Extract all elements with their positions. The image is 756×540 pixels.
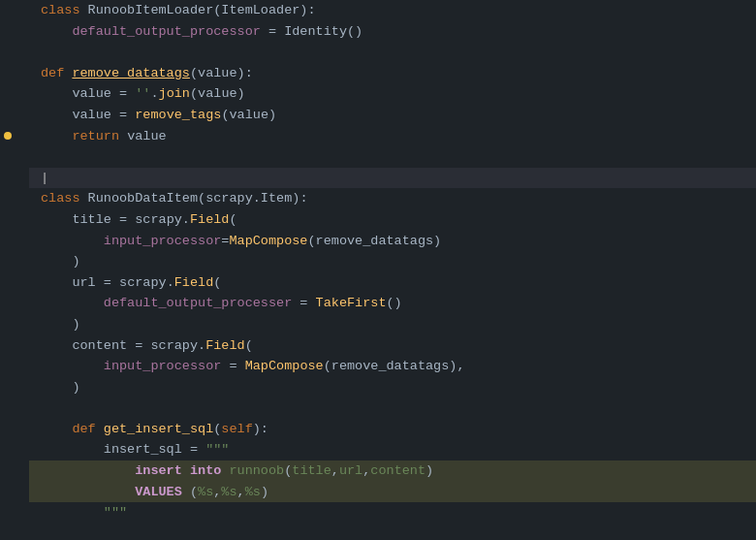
line-content: def get_insert_sql(self): [29, 419, 756, 440]
code-line [0, 42, 756, 63]
code-editor: class RunoobItemLoader(ItemLoader): defa… [0, 0, 756, 540]
code-line: class RunoobItemLoader(ItemLoader): [0, 0, 756, 21]
line-content: return value [29, 126, 756, 147]
line-number [0, 251, 29, 272]
code-line: """ [0, 502, 756, 524]
line-number [0, 209, 29, 231]
line-number [0, 524, 29, 540]
code-line: url = scrapy.Field( [0, 272, 756, 294]
line-number [0, 146, 29, 168]
line-content: input_processor=MapCompose(remove_datata… [29, 231, 756, 252]
line-number [0, 439, 29, 461]
line-content: input_processor = MapCompose(remove_data… [29, 356, 756, 377]
line-content: def remove_datatags(value): [29, 63, 756, 84]
code-line: class RunoobDataItem(scrapy.Item): [0, 188, 756, 209]
line-content: url = scrapy.Field( [29, 272, 756, 294]
line-content: value = ''.join(value) [29, 83, 756, 105]
line-content: ) [29, 377, 756, 398]
line-content: insert into runnoob(title,url,content) [29, 461, 756, 482]
line-content: default_output_processer = TakeFirst() [29, 293, 756, 314]
code-line: value = ''.join(value) [0, 83, 756, 105]
code-line [0, 146, 756, 168]
code-line: content = scrapy.Field( [0, 335, 756, 357]
code-line: ) [0, 377, 756, 398]
code-line: default_output_processor = Identity() [0, 21, 756, 43]
code-line: value = remove_tags(value) [0, 105, 756, 126]
code-line [0, 168, 756, 189]
line-content: insert_sql = """ [29, 439, 756, 461]
line-content [29, 168, 756, 189]
line-number [0, 377, 29, 398]
code-line: def get_insert_sql(self): [0, 419, 756, 440]
line-number [0, 63, 29, 84]
line-content [29, 146, 756, 168]
line-number [0, 42, 29, 63]
line-content: content = scrapy.Field( [29, 335, 756, 357]
line-number [0, 482, 29, 503]
line-number [0, 188, 29, 209]
code-line: insert_sql = """ [0, 439, 756, 461]
line-content: class RunoobItemLoader(ItemLoader): [29, 0, 756, 21]
line-number [0, 126, 29, 147]
line-content: value = remove_tags(value) [29, 105, 756, 126]
line-content: class RunoobDataItem(scrapy.Item): [29, 188, 756, 209]
line-number [0, 502, 29, 524]
line-content [29, 42, 756, 63]
line-content: title = scrapy.Field( [29, 209, 756, 231]
line-number [0, 83, 29, 105]
code-line: def remove_datatags(value): [0, 63, 756, 84]
line-number [0, 272, 29, 294]
code-line [0, 524, 756, 540]
line-number [0, 105, 29, 126]
line-number [0, 335, 29, 357]
line-content: ) [29, 251, 756, 272]
code-line: insert into runnoob(title,url,content) [0, 461, 756, 482]
line-number [0, 293, 29, 314]
line-number [0, 461, 29, 482]
code-line: input_processor = MapCompose(remove_data… [0, 356, 756, 377]
line-content: default_output_processor = Identity() [29, 21, 756, 43]
line-number [0, 397, 29, 419]
warning-indicator [4, 132, 12, 140]
line-content [29, 397, 756, 419]
line-number [0, 314, 29, 335]
line-number [0, 231, 29, 252]
line-number [0, 21, 29, 43]
line-number [0, 419, 29, 440]
code-line: title = scrapy.Field( [0, 209, 756, 231]
line-number [0, 168, 29, 189]
code-line: ) [0, 314, 756, 335]
line-content: VALUES (%s,%s,%s) [29, 482, 756, 503]
line-number [0, 0, 29, 21]
code-line: ) [0, 251, 756, 272]
line-content: """ [29, 502, 756, 524]
code-line: VALUES (%s,%s,%s) [0, 482, 756, 503]
line-number [0, 356, 29, 377]
line-content [29, 524, 756, 540]
code-line: return value [0, 126, 756, 147]
line-content: ) [29, 314, 756, 335]
code-line [0, 397, 756, 419]
code-line: input_processor=MapCompose(remove_datata… [0, 231, 756, 252]
code-line: default_output_processer = TakeFirst() [0, 293, 756, 314]
